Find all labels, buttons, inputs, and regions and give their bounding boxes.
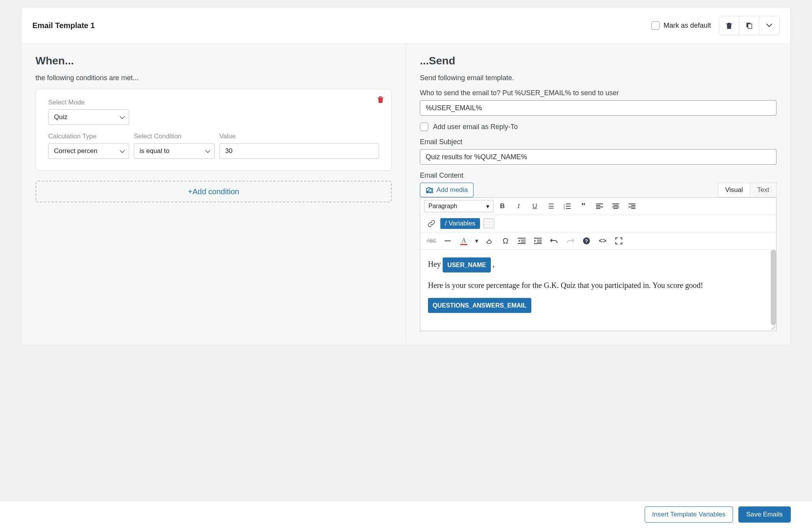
link-button[interactable] — [424, 217, 439, 230]
subject-label: Email Subject — [420, 138, 777, 146]
table-button[interactable] — [482, 217, 496, 230]
select-mode-dropdown[interactable]: Quiz — [48, 109, 129, 125]
tab-text[interactable]: Text — [750, 183, 776, 197]
content-label: Email Content — [420, 172, 777, 180]
send-column: ...Send Send following email template. W… — [406, 44, 790, 345]
undo-icon — [550, 238, 558, 244]
trash-icon — [726, 22, 732, 29]
underline-button[interactable]: U — [527, 200, 542, 212]
greeting-line: Hey USER_NAME , — [428, 257, 768, 272]
checkbox-icon — [420, 123, 428, 131]
hr-icon — [445, 240, 451, 241]
chevron-down-icon — [120, 113, 125, 121]
omega-icon: Ω — [503, 237, 509, 246]
help-icon: ? — [583, 237, 590, 245]
bold-button[interactable]: B — [495, 200, 510, 212]
redo-icon — [566, 238, 574, 244]
send-subtext: Send following email template. — [420, 74, 777, 82]
strikethrough-icon: ABC — [427, 238, 436, 244]
align-left-button[interactable] — [592, 200, 607, 212]
svg-rect-17 — [613, 208, 618, 209]
camera-icon — [426, 187, 433, 193]
mark-default-label: Mark as default — [664, 22, 711, 30]
collapse-button[interactable] — [759, 16, 779, 35]
indent-button[interactable] — [531, 235, 545, 247]
undo-button[interactable] — [547, 235, 561, 247]
toolbar-row-2: / Variables — [420, 215, 776, 232]
add-media-button[interactable]: Add media — [420, 183, 473, 197]
align-center-button[interactable] — [608, 200, 623, 212]
condition-card: Select Mode Quiz Calculation Type Correc… — [35, 89, 392, 171]
svg-rect-1 — [748, 24, 752, 29]
email-template-panel: Email Template 1 Mark as default Wh — [21, 7, 791, 345]
align-right-button[interactable] — [625, 200, 639, 212]
user-name-variable[interactable]: USER_NAME — [443, 257, 490, 272]
svg-point-2 — [429, 189, 432, 192]
header-actions: Mark as default — [651, 16, 780, 35]
when-heading: When... — [35, 55, 392, 67]
eraser-icon — [485, 237, 493, 244]
select-mode-label: Select Mode — [48, 99, 379, 106]
outdent-button[interactable] — [514, 235, 529, 247]
redo-button[interactable] — [563, 235, 578, 247]
variables-button[interactable]: / Variables — [440, 218, 480, 229]
strikethrough-button[interactable]: ABC — [424, 235, 439, 247]
value-input[interactable] — [219, 143, 379, 159]
bullet-list-icon: ☰ — [548, 202, 554, 210]
code-button[interactable]: <> — [595, 235, 610, 247]
svg-rect-16 — [612, 207, 619, 207]
svg-rect-22 — [518, 238, 526, 239]
editor-scrollbar[interactable] — [771, 250, 776, 325]
caret-down-icon: ▾ — [475, 237, 478, 245]
when-subtext: the following conditions are met... — [35, 74, 392, 82]
svg-rect-14 — [612, 203, 619, 204]
chevron-down-icon — [766, 24, 772, 27]
svg-rect-28 — [537, 242, 542, 242]
reply-to-checkbox[interactable]: Add user email as Reply-To — [420, 123, 518, 131]
fullscreen-button[interactable] — [612, 235, 626, 247]
svg-text:?: ? — [585, 238, 588, 244]
mark-default-checkbox[interactable]: Mark as default — [651, 21, 711, 30]
recipient-input[interactable] — [420, 100, 777, 116]
value-label: Value — [219, 133, 379, 140]
calc-type-label: Calculation Type — [48, 133, 129, 140]
help-button[interactable]: ? — [579, 235, 594, 247]
chevron-down-icon — [120, 147, 125, 155]
svg-rect-29 — [534, 243, 542, 244]
code-icon: <> — [599, 237, 606, 245]
tab-visual[interactable]: Visual — [718, 183, 750, 197]
text-color-button[interactable]: A — [457, 235, 471, 247]
special-char-button[interactable]: Ω — [498, 235, 513, 247]
questions-answers-variable[interactable]: QUESTIONS_ANSWERS_EMAIL — [428, 298, 531, 313]
horizontal-rule-button[interactable] — [440, 235, 455, 247]
underline-icon: U — [532, 202, 537, 210]
duplicate-button[interactable] — [739, 16, 759, 35]
format-dropdown[interactable]: Paragraph ▾ — [424, 200, 494, 212]
svg-rect-23 — [521, 240, 526, 240]
bullet-list-button[interactable]: ☰ — [544, 200, 558, 212]
select-condition-dropdown[interactable]: is equal to — [134, 143, 215, 159]
indent-icon — [534, 238, 542, 244]
text-color-dropdown[interactable]: ▾ — [473, 235, 480, 247]
calc-type-dropdown[interactable]: Correct percen — [48, 143, 129, 159]
clear-formatting-button[interactable] — [482, 235, 497, 247]
when-column: When... the following conditions are met… — [22, 44, 406, 345]
svg-rect-11 — [596, 205, 600, 206]
numbered-list-button[interactable]: 123 — [560, 200, 574, 212]
svg-rect-19 — [631, 205, 635, 206]
svg-rect-27 — [537, 240, 542, 240]
italic-button[interactable]: I — [511, 200, 526, 212]
editor-content-area[interactable]: Hey USER_NAME , Here is your score perce… — [420, 250, 776, 331]
svg-rect-13 — [596, 208, 600, 209]
svg-rect-10 — [596, 203, 603, 204]
quote-icon: " — [581, 201, 585, 211]
align-center-icon — [612, 203, 619, 209]
delete-button[interactable] — [719, 16, 739, 35]
svg-rect-12 — [596, 207, 603, 207]
remove-condition-button[interactable] — [377, 96, 384, 104]
add-condition-button[interactable]: +Add condition — [35, 181, 392, 202]
svg-rect-7 — [566, 206, 571, 207]
blockquote-button[interactable]: " — [576, 200, 591, 212]
subject-input[interactable] — [420, 149, 777, 165]
trash-icon — [377, 96, 384, 103]
